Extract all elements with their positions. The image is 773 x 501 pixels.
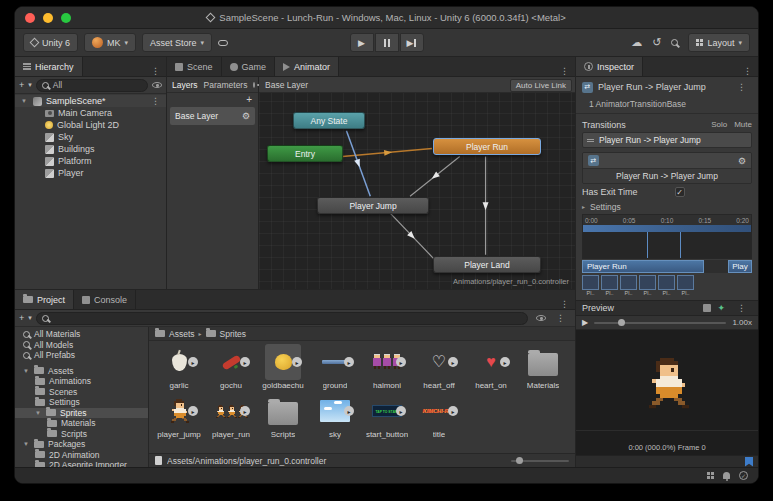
asset-item-player-jump[interactable]: ▸ player_jump	[153, 393, 205, 439]
favorite-all-models[interactable]: All Models	[15, 340, 148, 351]
asset-item-sky[interactable]: ▸ sky	[309, 393, 361, 439]
preview-scrub-slider[interactable]	[594, 322, 726, 324]
hierarchy-item-global-light[interactable]: Global Light 2D	[15, 119, 166, 131]
clip-track-player-jump[interactable]: Play	[728, 260, 752, 273]
tab-hierarchy[interactable]: Hierarchy	[15, 57, 83, 76]
breadcrumb-assets[interactable]: Assets	[169, 329, 195, 339]
folder-sprites-materials[interactable]: Materials	[15, 418, 148, 429]
drag-handle-icon[interactable]	[587, 139, 594, 142]
tab-layers[interactable]: Layers	[172, 80, 198, 90]
sprite-expander-icon[interactable]: ▸	[344, 406, 354, 416]
thumbnail-size-slider[interactable]	[511, 460, 569, 462]
panel-menu-icon[interactable]: ⋮	[550, 313, 571, 323]
auto-live-link-button[interactable]: Auto Live Link	[510, 79, 572, 92]
asset-item-materials-folder[interactable]: Materials	[517, 344, 569, 390]
breadcrumb-sprites[interactable]: Sprites	[220, 329, 246, 339]
sprite-expander-icon[interactable]: ▸	[500, 357, 510, 367]
hidden-assets-icon[interactable]	[536, 315, 546, 321]
scene-visibility-icon[interactable]	[152, 82, 162, 88]
folder-packages[interactable]: ▼Packages	[15, 439, 148, 450]
sprite-expander-icon[interactable]: ▸	[188, 357, 198, 367]
scene-menu-icon[interactable]: ⋮	[145, 96, 166, 106]
transition-timeline[interactable]: 0:00 0:05 0:10 0:15 0:20	[582, 214, 752, 259]
effects-icon[interactable]: ✦	[717, 303, 725, 313]
scene-header-row[interactable]: ▼ SampleScene* ⋮	[15, 95, 166, 107]
minimize-window-button[interactable]	[43, 13, 53, 23]
folder-sprites[interactable]: ▼Sprites	[15, 408, 148, 419]
foldout-icon[interactable]: ▼	[21, 98, 29, 104]
layer-item-base[interactable]: Base Layer ⚙	[170, 107, 255, 125]
state-node-player-run[interactable]: Player Run	[433, 138, 541, 155]
hierarchy-search-input[interactable]: All	[36, 79, 148, 92]
preview-play-button[interactable]: ▶	[582, 318, 588, 327]
close-window-button[interactable]	[25, 13, 35, 23]
panel-menu-icon[interactable]: ⋮	[554, 299, 575, 309]
favorite-all-materials[interactable]: All Materials	[15, 329, 148, 340]
pause-button[interactable]	[375, 33, 399, 52]
panel-menu-icon[interactable]: ⋮	[145, 66, 166, 76]
asset-item-title[interactable]: KIMCHI-RUN▸ title	[413, 393, 465, 439]
sprite-expander-icon[interactable]: ▸	[188, 406, 198, 416]
asset-item-garlic[interactable]: ▸ garlic	[153, 344, 205, 390]
state-node-player-jump[interactable]: Player Jump	[317, 197, 429, 214]
folder-settings[interactable]: Settings	[15, 397, 148, 408]
preview-viewport[interactable]: 0:00 (000.0%) Frame 0	[576, 330, 758, 455]
play-button[interactable]: ▶	[350, 33, 374, 52]
eye-icon[interactable]	[253, 82, 255, 88]
folder-sprites-scripts[interactable]: Scripts	[15, 429, 148, 440]
zoom-window-button[interactable]	[61, 13, 71, 23]
keyframe-thumb[interactable]: Pl..	[677, 275, 694, 296]
hierarchy-item-platform[interactable]: Platform	[15, 155, 166, 167]
tab-parameters[interactable]: Parameters	[204, 80, 248, 90]
asset-item-ground[interactable]: ▸ ground	[309, 344, 361, 390]
asset-item-heart-off[interactable]: ♡▸ heart_off	[413, 344, 465, 390]
add-layer-button[interactable]: +	[246, 94, 252, 105]
hierarchy-item-player[interactable]: Player	[15, 167, 166, 179]
asset-item-scripts-folder[interactable]: Scripts	[257, 393, 309, 439]
timeline-transition-zone[interactable]	[583, 232, 751, 258]
notifications-bell-icon[interactable]	[723, 472, 730, 479]
sprite-expander-icon[interactable]: ▸	[448, 357, 458, 367]
preview-dock-icon[interactable]	[703, 304, 711, 312]
tab-inspector[interactable]: Inspector	[576, 57, 643, 76]
sprite-expander-icon[interactable]: ▸	[344, 357, 354, 367]
cloud-icon[interactable]: ☁	[631, 36, 642, 49]
sprite-expander-icon[interactable]: ▸	[448, 406, 458, 416]
panel-menu-icon[interactable]: ⋮	[731, 82, 752, 92]
keyframe-thumb[interactable]: Pl..	[601, 275, 618, 296]
sprite-expander-icon[interactable]: ▸	[240, 357, 250, 367]
asset-item-gochu[interactable]: ▸ gochu	[205, 344, 257, 390]
keyframe-thumb[interactable]: Pl..	[658, 275, 675, 296]
preview-header[interactable]: Preview ✦ ⋮	[576, 300, 758, 316]
folder-2d-aseprite[interactable]: 2D Aseprite Importer	[15, 460, 148, 467]
folder-2d-animation[interactable]: 2D Animation	[15, 450, 148, 461]
clip-track-player-run[interactable]: Player Run	[582, 260, 704, 273]
has-exit-time-checkbox[interactable]: ✓	[675, 187, 685, 197]
foldout-icon[interactable]: ▼	[23, 441, 30, 447]
account-dropdown[interactable]: MK ▾	[84, 33, 136, 52]
sprite-expander-icon[interactable]: ▸	[396, 406, 406, 416]
create-asset-button[interactable]: +	[19, 313, 24, 323]
keyframe-thumb[interactable]: Pl..	[620, 275, 637, 296]
keyframe-thumb[interactable]: Pl..	[639, 275, 656, 296]
asset-item-start-button[interactable]: TAP TO START▸ start_button	[361, 393, 413, 439]
animator-graph[interactable]: Base Layer Auto Live Link	[259, 77, 575, 289]
tab-game[interactable]: Game	[222, 57, 276, 76]
search-icon[interactable]	[671, 39, 678, 46]
hierarchy-item-main-camera[interactable]: Main Camera	[15, 107, 166, 119]
favorite-all-prefabs[interactable]: All Prefabs	[15, 350, 148, 361]
asset-item-player-run[interactable]: ▸ player_run	[205, 393, 257, 439]
background-tasks-icon[interactable]: ✓	[739, 471, 748, 480]
foldout-icon[interactable]: ▼	[23, 368, 30, 374]
panel-menu-icon[interactable]: ⋮	[731, 303, 752, 313]
sprite-expander-icon[interactable]: ▸	[292, 357, 302, 367]
add-gameobject-button[interactable]: +	[19, 80, 24, 90]
gear-icon[interactable]: ⚙	[242, 111, 250, 121]
asset-item-goldbaechu[interactable]: ▸ goldbaechu	[257, 344, 309, 390]
asset-label-icon[interactable]	[745, 457, 753, 467]
layout-dropdown[interactable]: Layout ▾	[688, 33, 750, 52]
foldout-icon[interactable]: ▼	[35, 410, 42, 416]
foldout-icon[interactable]: ▸	[582, 203, 585, 210]
version-control-icon[interactable]	[218, 40, 228, 46]
sprite-expander-icon[interactable]: ▸	[396, 357, 406, 367]
